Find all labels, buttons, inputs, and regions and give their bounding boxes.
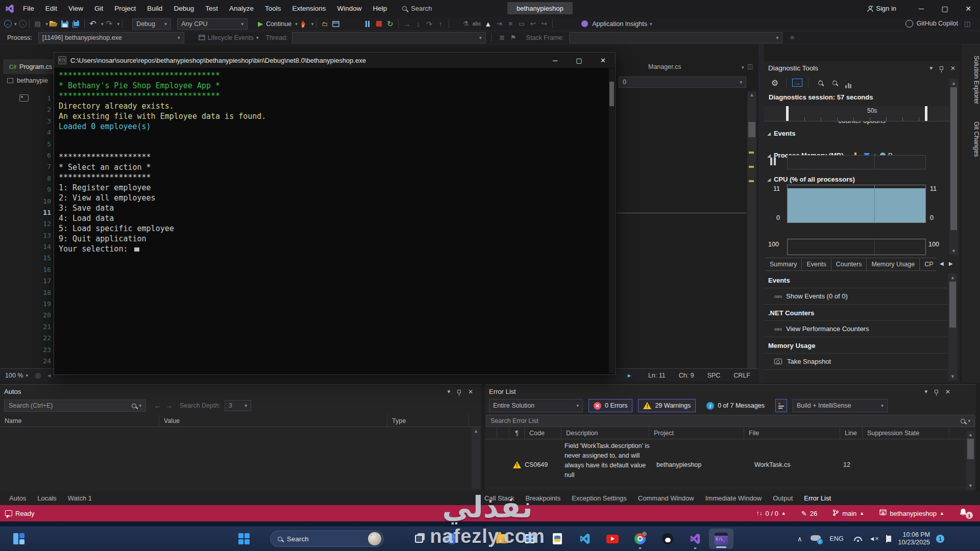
priority-column[interactable]: ¶: [509, 427, 525, 439]
tool-window-tab[interactable]: Command Window: [633, 493, 699, 504]
widgets-icon[interactable]: [12, 532, 26, 545]
sync-status[interactable]: ↑↓ 0 / 0 ▲: [756, 510, 786, 517]
search-depth-dropdown[interactable]: 3▾: [225, 400, 251, 411]
restore-button[interactable]: ▢: [933, 0, 957, 17]
autos-scrollbar[interactable]: ▲: [472, 427, 480, 489]
hscroll-left-icon[interactable]: ◂: [43, 370, 55, 381]
step-into-icon[interactable]: ↓: [412, 18, 424, 30]
step-out-icon[interactable]: ↑: [435, 18, 446, 30]
menu-item[interactable]: Extensions: [287, 0, 332, 17]
menu-item[interactable]: Tools: [259, 0, 287, 17]
tab-scroll-left-icon[interactable]: ◀: [940, 261, 944, 266]
diagnostics-tab[interactable]: Memory Usage: [867, 258, 920, 271]
menu-item[interactable]: Git: [89, 0, 109, 17]
console-close-button[interactable]: ✕: [591, 53, 615, 68]
menu-item[interactable]: Window: [332, 0, 368, 17]
configuration-dropdown[interactable]: Debug▾: [132, 18, 171, 30]
save-icon[interactable]: [59, 18, 70, 30]
visual-studio-icon[interactable]: [689, 532, 702, 545]
hscroll-right-icon[interactable]: ▸: [624, 370, 635, 381]
export-icon[interactable]: →: [792, 79, 802, 87]
navigate-back-icon[interactable]: ←: [4, 20, 12, 28]
browse-folder-icon[interactable]: 🗀: [319, 18, 330, 30]
break-all-icon[interactable]: [362, 18, 373, 30]
stack-frames-icon[interactable]: ≣: [497, 32, 508, 43]
tool-window-tab[interactable]: Error List: [799, 493, 836, 504]
console-output[interactable]: ************************************ Bet…: [54, 68, 615, 254]
summary-action-row[interactable]: ∞∞ Take Snapshot: [764, 354, 948, 370]
menu-item[interactable]: Edit: [40, 0, 63, 17]
minimize-button[interactable]: ─: [910, 0, 933, 17]
pause-events-icon[interactable]: [770, 158, 776, 165]
application-insights-button[interactable]: Application Insights: [592, 20, 647, 28]
restart-icon[interactable]: ↻: [384, 18, 396, 30]
tab-scroll-right-icon[interactable]: ▶: [949, 261, 953, 266]
tool-window-tab[interactable]: Immediate Window: [700, 493, 767, 504]
tab-list-caret[interactable]: ▾: [742, 65, 744, 70]
build-filter-dropdown[interactable]: Build + IntelliSense▾: [793, 399, 888, 412]
step-over-icon[interactable]: ↷: [424, 18, 435, 30]
back-caret[interactable]: ▾: [14, 21, 17, 27]
notification-count-badge[interactable]: 1: [936, 535, 944, 543]
diagnostics-tab[interactable]: CP: [920, 258, 937, 271]
comment-icon[interactable]: ≡: [505, 18, 516, 30]
diagnostics-scrollbar[interactable]: ▲ ▼: [949, 79, 958, 255]
tab-manager-cs[interactable]: Manager.cs: [642, 59, 688, 74]
redo-icon[interactable]: ↷: [104, 18, 115, 30]
collapse-icon[interactable]: ◢: [767, 131, 771, 136]
diagnostics-tab[interactable]: Events: [802, 258, 831, 271]
side-tab[interactable]: Solution Explorer: [962, 49, 980, 110]
youtube-icon[interactable]: [606, 532, 619, 545]
window-position-caret[interactable]: ▾: [924, 388, 927, 395]
clock[interactable]: 10:06 PM 10/23/2025: [898, 531, 930, 546]
column-header[interactable]: Code: [525, 427, 561, 439]
pending-edits[interactable]: ✎ 26: [801, 510, 817, 517]
timeline-ruler[interactable]: 50s: [764, 106, 950, 121]
process-dropdown[interactable]: [11496] bethanypieshop.exe▾: [38, 32, 184, 43]
search-highlight-image[interactable]: [368, 532, 381, 545]
tab-program-cs[interactable]: C# Program.cs: [3, 59, 58, 74]
tray-chevron-icon[interactable]: ∧: [797, 535, 802, 543]
column-header[interactable]: Line: [840, 427, 863, 439]
tool-window-tab[interactable]: Autos: [4, 493, 31, 504]
pin-icon[interactable]: [935, 390, 938, 393]
diagnostics-tab[interactable]: Summary: [765, 258, 802, 271]
console-maximize-button[interactable]: ▢: [567, 53, 591, 68]
column-header[interactable]: Suppression State: [863, 427, 949, 439]
error-list-scrollbar[interactable]: ▲ ▼: [966, 431, 975, 490]
hot-reload-icon[interactable]: [298, 18, 309, 30]
console-minimize-button[interactable]: ─: [543, 53, 567, 68]
error-row[interactable]: CS0649 Field 'WorkTask.description' is n…: [485, 439, 976, 488]
panel-toggle-icon[interactable]: ◫: [962, 18, 973, 29]
taskbar-search[interactable]: Search: [270, 531, 384, 547]
close-icon[interactable]: ✕: [945, 388, 950, 395]
column-header[interactable]: Type: [387, 415, 469, 427]
battery-icon[interactable]: [886, 535, 887, 542]
stop-debugging-icon[interactable]: [373, 18, 384, 30]
severity-column[interactable]: [485, 427, 497, 439]
menu-item[interactable]: Help: [368, 0, 393, 17]
menu-item[interactable]: Analyze: [224, 0, 259, 17]
onedrive-icon[interactable]: i: [811, 535, 821, 542]
memory-graph[interactable]: [787, 185, 926, 223]
search-back-icon[interactable]: ←: [152, 400, 163, 411]
close-icon[interactable]: ✕: [950, 65, 955, 72]
counter-options-icon[interactable]: [843, 77, 854, 88]
pointer-icon[interactable]: ▲: [482, 18, 494, 30]
volume-muted-icon[interactable]: ◄×: [869, 535, 879, 542]
console-title-bar[interactable]: C:\ C:\Users\nosar\source\repos\bethanyp…: [54, 53, 615, 68]
wifi-icon[interactable]: [854, 535, 862, 542]
window-position-caret[interactable]: ▾: [447, 388, 450, 395]
collapse-icon[interactable]: ◢: [767, 177, 771, 182]
right-editor-scrollbar[interactable]: ▲ ▼: [747, 91, 756, 381]
panel-splitter[interactable]: [758, 44, 764, 383]
detail-column[interactable]: [497, 427, 509, 439]
open-file-icon[interactable]: [48, 18, 59, 30]
right-nav-dropdown[interactable]: 0▾: [619, 77, 746, 88]
side-tab[interactable]: Git Changes: [962, 115, 980, 163]
tool-window-tab[interactable]: Exception Settings: [567, 493, 632, 504]
feedback-icon[interactable]: [5, 510, 12, 516]
repository-selector[interactable]: bethanypieshop ▲: [879, 509, 944, 517]
errors-filter-button[interactable]: ✕ 0 Errors: [589, 399, 632, 412]
close-button[interactable]: ✕: [957, 0, 980, 17]
